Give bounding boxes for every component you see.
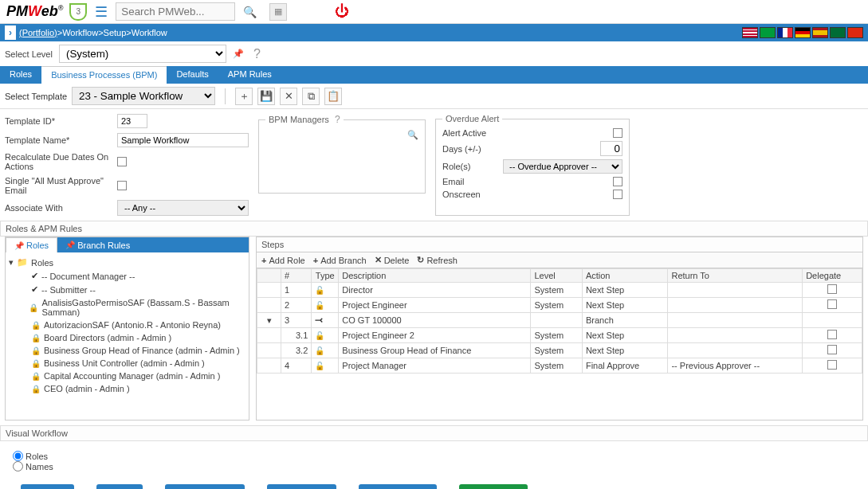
- days-input[interactable]: [600, 141, 623, 156]
- inner-tab-roles[interactable]: 📌Roles: [6, 237, 57, 252]
- lock-icon: 🔓: [315, 346, 324, 355]
- flag-es[interactable]: [812, 27, 828, 38]
- delegate-checkbox[interactable]: [827, 345, 837, 354]
- col-return[interactable]: Return To: [668, 269, 803, 283]
- new-button[interactable]: ＋: [235, 88, 253, 105]
- col-delegate[interactable]: Delegate: [803, 269, 862, 283]
- lock-icon: 🔒: [31, 385, 41, 393]
- select-level-dropdown[interactable]: (System): [59, 45, 226, 63]
- associate-with-dropdown[interactable]: -- Any --: [117, 200, 249, 216]
- col-level[interactable]: Level: [531, 269, 582, 283]
- steps-panel: Steps +Add Role +Add Branch ✕Delete ↻Ref…: [256, 237, 863, 421]
- flow-node[interactable]: Submitter: [21, 484, 74, 489]
- tree-root[interactable]: ▾📁Roles: [9, 256, 245, 269]
- flag-sa[interactable]: [830, 27, 846, 38]
- col-desc[interactable]: Description: [339, 269, 531, 283]
- recalc-checkbox[interactable]: [117, 157, 127, 166]
- table-row[interactable]: 3.2🔓Business Group Head of FinanceSystem…: [257, 343, 862, 358]
- flag-us[interactable]: [742, 27, 758, 38]
- tree-item[interactable]: 🔒CEO (admin - Admin ): [9, 382, 245, 395]
- table-row[interactable]: 1🔓DirectorSystemNext Step: [257, 283, 862, 298]
- save-button[interactable]: 💾: [257, 88, 275, 105]
- paste-button[interactable]: 📋: [324, 88, 342, 105]
- delete-step-button[interactable]: ✕Delete: [375, 255, 410, 265]
- overdue-onscreen-checkbox[interactable]: [613, 190, 623, 199]
- radio-roles[interactable]: Roles: [13, 451, 855, 461]
- template-id-input[interactable]: [117, 114, 147, 128]
- table-row[interactable]: 2🔓Project EngineerSystemNext Step: [257, 298, 862, 313]
- select-template-dropdown[interactable]: 23 - Sample Workflow: [72, 87, 215, 105]
- tree-item[interactable]: 🔒Business Unit Controller (admin - Admin…: [9, 357, 245, 370]
- delegate-checkbox[interactable]: [827, 284, 837, 294]
- managers-help-icon[interactable]: ?: [335, 114, 340, 125]
- overdue-roles-dropdown[interactable]: -- Overdue Approver --: [503, 159, 623, 174]
- refresh-button[interactable]: ↻Refresh: [417, 255, 458, 265]
- tree-item[interactable]: 🔒Business Group Head of Finance (admin -…: [9, 344, 245, 357]
- flag-fr[interactable]: [777, 27, 793, 38]
- alert-active-checkbox[interactable]: [613, 128, 623, 138]
- shield-icon[interactable]: 3: [69, 3, 87, 21]
- breadcrumb-portfolio[interactable]: (Portfolio): [19, 28, 57, 37]
- flow-node[interactable]: CO GT 100000: [267, 484, 337, 489]
- tree-item-label: CEO (admin - Admin ): [44, 384, 130, 393]
- tree-item[interactable]: 🔒AnalisisGastoPermisoSAF (Bassam.S - Bas…: [9, 296, 245, 319]
- radio-names[interactable]: Names: [13, 461, 855, 471]
- pin-icon: 📌: [14, 241, 24, 250]
- flag-cn[interactable]: [847, 27, 863, 38]
- select-level-label: Select Level: [5, 49, 53, 59]
- tree-item[interactable]: 🔒CFO (admin - Admin ): [9, 395, 245, 396]
- tree-item[interactable]: 🔒Board Directors (admin - Admin ): [9, 331, 245, 344]
- flag-de[interactable]: [795, 27, 811, 38]
- tree-item[interactable]: 🔒Capital Accounting Manager (admin - Adm…: [9, 370, 245, 382]
- tree-item-label: Business Group Head of Finance (admin - …: [44, 346, 240, 355]
- search-input[interactable]: [116, 2, 235, 21]
- tab-apm[interactable]: APM Rules: [218, 66, 281, 84]
- search-icon[interactable]: 🔍: [243, 6, 257, 18]
- delete-button[interactable]: ✕: [280, 88, 297, 105]
- apps-icon[interactable]: ▦: [269, 3, 287, 21]
- tree-item-label: Business Unit Controller (admin - Admin …: [44, 358, 205, 368]
- flow-node[interactable]: Director: [96, 484, 143, 489]
- flow-node[interactable]: Project Engineer: [165, 484, 244, 489]
- pin-icon[interactable]: 📌: [233, 49, 244, 59]
- overdue-email-checkbox[interactable]: [613, 177, 623, 186]
- add-role-button[interactable]: +Add Role: [261, 255, 305, 265]
- tree-item[interactable]: ✔-- Document Manager --: [9, 269, 245, 283]
- delegate-checkbox[interactable]: [827, 360, 837, 370]
- bpm-managers-legend: BPM Managers: [269, 115, 329, 124]
- tab-defaults[interactable]: Defaults: [167, 66, 218, 84]
- menu-icon[interactable]: ☰: [95, 3, 108, 21]
- inner-tab-branch[interactable]: 📌Branch Rules: [57, 237, 138, 252]
- managers-search-icon[interactable]: 🔍: [407, 130, 418, 140]
- tree-item-label: Board Directors (admin - Admin ): [44, 333, 171, 342]
- roles-tree[interactable]: ▾📁Roles✔-- Document Manager --✔-- Submit…: [6, 252, 249, 396]
- power-icon[interactable]: ⏻: [335, 3, 349, 20]
- help-icon[interactable]: ?: [253, 47, 261, 61]
- col-action[interactable]: Action: [582, 269, 668, 283]
- flag-br[interactable]: [760, 27, 776, 38]
- col-type[interactable]: Type: [312, 269, 339, 283]
- col-num[interactable]: #: [281, 269, 312, 283]
- logo-pm: PM: [6, 3, 28, 19]
- overdue-onscreen-label: Onscreen: [442, 190, 498, 199]
- table-row[interactable]: 3.1🔓Project Engineer 2SystemNext Step: [257, 328, 862, 343]
- tab-roles[interactable]: Roles: [0, 66, 41, 84]
- breadcrumb-chevron-icon[interactable]: ›: [5, 25, 16, 40]
- delegate-checkbox[interactable]: [827, 330, 837, 339]
- tree-item[interactable]: 🔒AutorizacionSAF (Antonio.R - Antonio Re…: [9, 319, 245, 331]
- tree-item-label: -- Submitter --: [41, 285, 96, 295]
- delegate-checkbox[interactable]: [827, 299, 837, 309]
- flow-node[interactable]: Final Approve: [459, 484, 528, 489]
- tab-bpm[interactable]: Business Processes (BPM): [41, 66, 167, 84]
- overdue-roles-label: Role(s): [442, 162, 498, 171]
- single-approve-checkbox[interactable]: [117, 181, 127, 190]
- table-row[interactable]: 4🔓Project ManagerSystemFinal Approve-- P…: [257, 358, 862, 374]
- add-branch-button[interactable]: +Add Branch: [313, 255, 367, 265]
- tree-item[interactable]: ✔-- Submitter --: [9, 283, 245, 296]
- template-name-input[interactable]: [117, 133, 249, 147]
- alert-active-label: Alert Active: [442, 128, 498, 138]
- copy-button[interactable]: ⧉: [302, 88, 320, 105]
- table-row[interactable]: ▾3⤙CO GT 100000Branch: [257, 313, 862, 328]
- flow-node[interactable]: Project Manager: [359, 484, 437, 489]
- breadcrumb-workflow2: Workflow: [132, 28, 167, 37]
